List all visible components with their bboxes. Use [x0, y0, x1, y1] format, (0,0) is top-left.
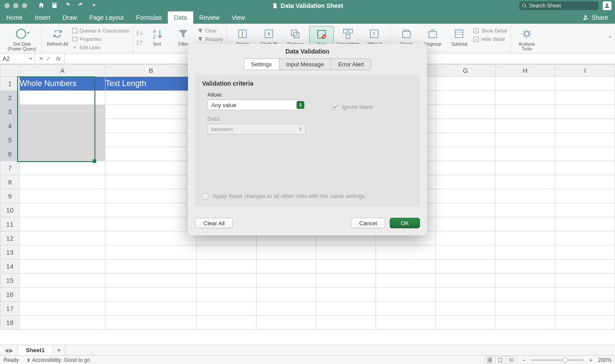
cell[interactable]: Text Length: [105, 77, 197, 91]
cell[interactable]: [496, 161, 555, 175]
reapply-filter-button[interactable]: Reapply: [197, 35, 223, 43]
cell[interactable]: [105, 217, 197, 231]
table-row[interactable]: 17: [0, 302, 615, 316]
cell[interactable]: [496, 147, 555, 161]
analysis-tools-button[interactable]: Analysis Tools: [514, 26, 539, 51]
view-mode-buttons[interactable]: [485, 356, 517, 364]
col-header-G[interactable]: G: [436, 65, 496, 77]
table-row[interactable]: 18: [0, 316, 615, 330]
zoom-in-button[interactable]: +: [587, 357, 594, 364]
cell[interactable]: [105, 175, 197, 189]
cell[interactable]: [555, 77, 615, 91]
ungroup-button[interactable]: Ungroup: [420, 26, 445, 47]
undo-icon[interactable]: [64, 2, 71, 10]
cell[interactable]: [496, 231, 555, 245]
cell[interactable]: [376, 288, 436, 302]
cell[interactable]: [496, 119, 555, 133]
row-header[interactable]: 12: [0, 231, 20, 245]
cell[interactable]: [316, 288, 376, 302]
row-header[interactable]: 4: [0, 119, 20, 133]
filter-button[interactable]: Filter: [171, 26, 195, 47]
row-header[interactable]: 5: [0, 133, 20, 147]
tab-home[interactable]: Home: [0, 11, 29, 24]
cell[interactable]: [436, 245, 496, 259]
cell[interactable]: [105, 302, 197, 316]
qat-dropdown-icon[interactable]: [90, 2, 98, 10]
cell[interactable]: [19, 231, 105, 245]
cell[interactable]: [436, 302, 496, 316]
cancel-button[interactable]: Cancel: [351, 218, 385, 228]
cell[interactable]: [436, 161, 496, 175]
cell[interactable]: [436, 274, 496, 288]
cell[interactable]: [19, 259, 105, 274]
cell[interactable]: [555, 217, 615, 231]
cell[interactable]: [197, 302, 257, 316]
page-break-view-icon[interactable]: [506, 357, 517, 364]
sheet-nav[interactable]: ◀ ▶: [0, 345, 18, 355]
remove-duplicates-button[interactable]: Remove: [283, 26, 308, 47]
table-row[interactable]: 15: [0, 274, 615, 288]
flash-fill-button[interactable]: Flash-fill: [257, 26, 281, 47]
cell[interactable]: [436, 175, 496, 189]
tab-insert[interactable]: Insert: [29, 11, 56, 24]
cell[interactable]: [555, 119, 615, 133]
cell[interactable]: [316, 274, 376, 288]
cell[interactable]: [496, 189, 555, 203]
cell[interactable]: [555, 259, 615, 274]
cell[interactable]: [105, 203, 197, 217]
cell[interactable]: [105, 147, 197, 161]
cell[interactable]: [555, 231, 615, 245]
cell[interactable]: [19, 133, 105, 147]
cell[interactable]: [257, 274, 316, 288]
collapse-ribbon-icon[interactable]: ⌃: [608, 35, 612, 41]
row-header[interactable]: 14: [0, 259, 20, 274]
row-header[interactable]: 18: [0, 316, 20, 330]
cell[interactable]: [496, 316, 555, 330]
cell[interactable]: [496, 105, 555, 119]
zoom-out-button[interactable]: −: [521, 357, 528, 364]
cell[interactable]: [105, 245, 197, 259]
cancel-formula-icon[interactable]: ✕: [39, 55, 43, 62]
cell[interactable]: [19, 217, 105, 231]
cell[interactable]: [19, 189, 105, 203]
cell[interactable]: [316, 259, 376, 274]
cell[interactable]: [436, 105, 496, 119]
cell[interactable]: [376, 259, 436, 274]
cell[interactable]: [19, 288, 105, 302]
cell[interactable]: [555, 161, 615, 175]
what-if-button[interactable]: ? What-if: [362, 26, 387, 47]
cell[interactable]: [19, 105, 105, 119]
row-header[interactable]: 17: [0, 302, 20, 316]
page-layout-view-icon[interactable]: [496, 357, 506, 364]
table-row[interactable]: 13: [0, 245, 615, 259]
dialog-tab-error-alert[interactable]: Error Alert: [331, 59, 371, 70]
cell[interactable]: [555, 189, 615, 203]
hide-detail-button[interactable]: −Hide Detail: [473, 35, 507, 43]
col-header-A[interactable]: A: [19, 65, 105, 77]
row-header[interactable]: 7: [0, 161, 20, 175]
tab-data[interactable]: Data: [168, 11, 193, 24]
cell[interactable]: [105, 119, 197, 133]
refresh-all-button[interactable]: Refresh All: [45, 26, 70, 47]
cell[interactable]: [496, 77, 555, 91]
cell[interactable]: [555, 203, 615, 217]
cell[interactable]: [105, 231, 197, 245]
close-window-button[interactable]: [4, 3, 10, 8]
cell[interactable]: [19, 175, 105, 189]
queries-connections-button[interactable]: Queries & Connections: [72, 27, 129, 34]
cell[interactable]: [105, 105, 197, 119]
table-row[interactable]: 14: [0, 259, 615, 274]
row-header[interactable]: 10: [0, 203, 20, 217]
zoom-slider[interactable]: [531, 359, 584, 361]
sheet-tab-sheet1[interactable]: Sheet1: [18, 345, 53, 355]
cell[interactable]: [105, 259, 197, 274]
cell[interactable]: [496, 217, 555, 231]
redo-icon[interactable]: [77, 2, 84, 10]
cell[interactable]: [496, 274, 555, 288]
cell[interactable]: [496, 245, 555, 259]
tab-formulas[interactable]: Formulas: [130, 11, 168, 24]
row-header[interactable]: 8: [0, 175, 20, 189]
row-header[interactable]: 11: [0, 217, 20, 231]
dialog-tab-settings[interactable]: Settings: [244, 59, 279, 70]
row-header[interactable]: 15: [0, 274, 20, 288]
